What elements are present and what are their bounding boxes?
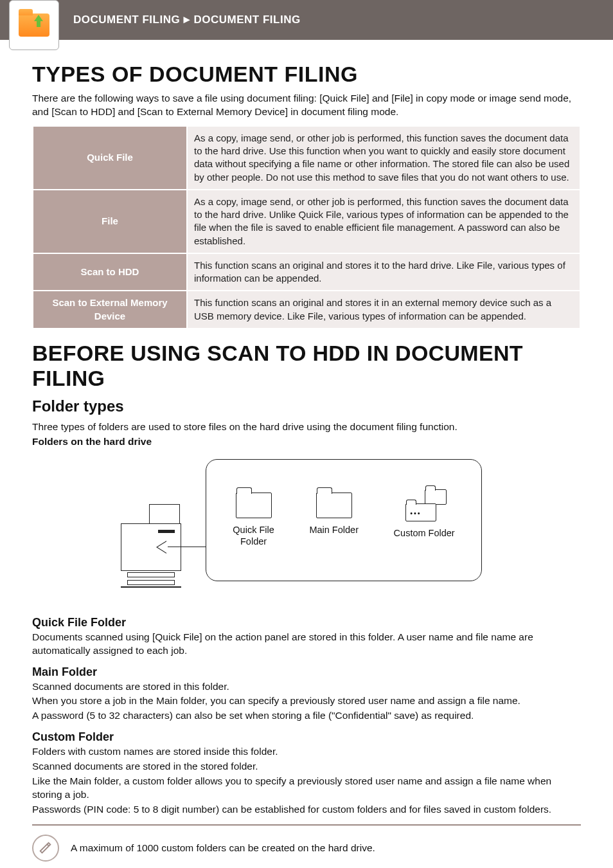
type-desc: This function scans an original and stor… bbox=[187, 291, 580, 329]
diagram-label: Folder bbox=[233, 536, 274, 547]
note: A maximum of 1000 custom folders can be … bbox=[32, 824, 581, 868]
table-row: Scan to HDD This function scans an origi… bbox=[33, 253, 580, 291]
folder-upload-icon bbox=[9, 0, 59, 50]
type-label: Scan to External Memory Device bbox=[33, 291, 187, 329]
type-desc: This function scans an original and stor… bbox=[187, 253, 580, 291]
breadcrumb: DOCUMENT FILING►DOCUMENT FILING bbox=[73, 14, 301, 26]
folder-types-intro: Three types of folders are used to store… bbox=[32, 420, 581, 434]
note-text: A maximum of 1000 custom folders can be … bbox=[71, 842, 375, 854]
main-folder-body: When you store a job in the Main folder,… bbox=[32, 694, 581, 708]
types-table: Quick File As a copy, image send, or oth… bbox=[32, 125, 581, 329]
diagram-label: Main Folder bbox=[309, 525, 359, 536]
type-label: Quick File bbox=[33, 126, 187, 190]
types-heading: TYPES OF DOCUMENT FILING bbox=[32, 62, 581, 87]
types-intro: There are the following ways to save a f… bbox=[32, 92, 581, 119]
before-heading: BEFORE USING SCAN TO HDD IN DOCUMENT FIL… bbox=[32, 341, 581, 391]
custom-folder-heading: Custom Folder bbox=[32, 730, 581, 744]
custom-folder-body: Passwords (PIN code: 5 to 8 digit number… bbox=[32, 803, 581, 817]
pencil-note-icon bbox=[32, 835, 59, 862]
type-label: File bbox=[33, 190, 187, 253]
diagram-label: Custom Folder bbox=[394, 528, 455, 539]
table-row: Scan to External Memory Device This func… bbox=[33, 291, 580, 329]
custom-folder-body: Like the Main folder, a custom folder al… bbox=[32, 775, 581, 802]
table-row: Quick File As a copy, image send, or oth… bbox=[33, 126, 580, 190]
main-folder-body: Scanned documents are stored in this fol… bbox=[32, 680, 581, 694]
breadcrumb-page: DOCUMENT FILING bbox=[193, 14, 300, 26]
custom-folder-body: Folders with custom names are stored ins… bbox=[32, 745, 581, 759]
type-desc: As a copy, image send, or other job is p… bbox=[187, 190, 580, 253]
folders-on-hdd-label: Folders on the hard drive bbox=[32, 435, 581, 449]
diagram-callout: Quick File Folder Main Folder ••• Custom… bbox=[206, 459, 482, 581]
main-folder-body: A password (5 to 32 characters) can also… bbox=[32, 709, 581, 723]
folder-types-heading: Folder types bbox=[32, 397, 581, 415]
type-desc: As a copy, image send, or other job is p… bbox=[187, 126, 580, 190]
custom-folder-body: Scanned documents are stored in the stor… bbox=[32, 760, 581, 773]
printer-icon bbox=[121, 504, 181, 594]
folders-icon: ••• bbox=[402, 489, 447, 521]
type-label: Scan to HDD bbox=[33, 253, 187, 291]
folder-icon bbox=[236, 493, 272, 518]
folders-diagram: Quick File Folder Main Folder ••• Custom… bbox=[130, 459, 483, 601]
main-folder-heading: Main Folder bbox=[32, 665, 581, 679]
header-bar: DOCUMENT FILING►DOCUMENT FILING bbox=[0, 0, 613, 40]
folder-icon bbox=[316, 493, 352, 518]
quick-file-folder-heading: Quick File Folder bbox=[32, 616, 581, 629]
breadcrumb-separator-icon: ► bbox=[181, 14, 192, 26]
table-row: File As a copy, image send, or other job… bbox=[33, 190, 580, 253]
diagram-label: Quick File bbox=[233, 525, 274, 536]
diagram-custom-folder: ••• Custom Folder bbox=[394, 489, 455, 550]
diagram-quick-file-folder: Quick File Folder bbox=[233, 493, 274, 547]
quick-file-folder-body: Documents scanned using [Quick File] on … bbox=[32, 631, 581, 658]
diagram-main-folder: Main Folder bbox=[309, 493, 359, 547]
breadcrumb-section: DOCUMENT FILING bbox=[73, 14, 180, 26]
